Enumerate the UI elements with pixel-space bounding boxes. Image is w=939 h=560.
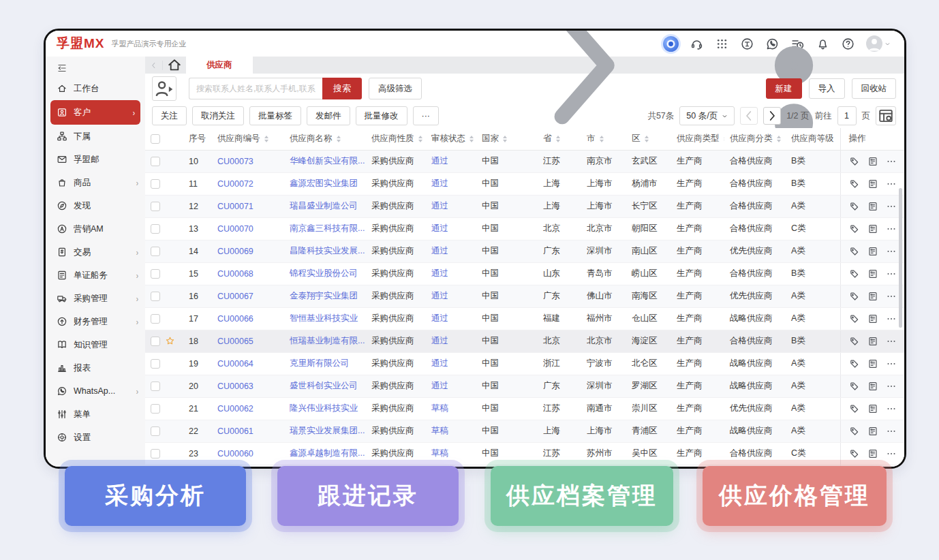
recycle-bin-button[interactable]: 回收站: [852, 78, 897, 99]
supplier-code-link[interactable]: CU00071: [217, 202, 253, 211]
column-header[interactable]: 供应商编号: [212, 128, 284, 150]
detail-icon[interactable]: [867, 178, 878, 189]
more-actions-icon[interactable]: [886, 156, 897, 167]
tag-icon[interactable]: [849, 448, 860, 459]
supplier-code-link[interactable]: CU00065: [217, 337, 253, 346]
sort-icon[interactable]: [337, 136, 341, 142]
detail-icon[interactable]: [867, 426, 878, 437]
row-checkbox[interactable]: [151, 426, 160, 436]
column-header[interactable]: 市: [581, 128, 626, 150]
supplier-code-link[interactable]: CU00068: [217, 269, 253, 279]
tag-icon[interactable]: [849, 336, 860, 347]
supplier-name-link[interactable]: 南京鑫三科技有限...: [290, 223, 365, 233]
search-button[interactable]: 搜索: [322, 78, 362, 99]
row-checkbox[interactable]: [151, 224, 160, 234]
batch-action-button-5[interactable]: 批量修改: [356, 106, 407, 125]
tag-icon[interactable]: [849, 223, 860, 234]
tab-home-icon[interactable]: [163, 57, 186, 74]
audit-status[interactable]: 草稿: [431, 448, 448, 458]
supplier-code-link[interactable]: CU00072: [217, 179, 253, 189]
supplier-name-link[interactable]: 隆兴伟业科技实业: [290, 403, 358, 413]
sidebar-item-15[interactable]: 菜单: [46, 403, 145, 426]
sort-icon[interactable]: [264, 136, 268, 142]
supplier-name-link[interactable]: 智恒基业科技实业: [290, 313, 358, 323]
supplier-name-link[interactable]: 鑫源卓越制造有限...: [290, 448, 365, 458]
prev-page-button[interactable]: [740, 107, 758, 125]
overlay-button-4[interactable]: 供应价格管理: [703, 466, 887, 526]
audit-status[interactable]: 通过: [431, 291, 448, 300]
more-actions-icon[interactable]: [886, 336, 897, 347]
vertical-scrollbar[interactable]: [899, 188, 902, 328]
batch-action-button-1[interactable]: 关注: [152, 106, 187, 125]
supplier-code-link[interactable]: CU00063: [217, 382, 253, 391]
column-header[interactable]: 国家: [476, 128, 538, 150]
goto-page-input[interactable]: [837, 106, 857, 125]
tag-icon[interactable]: [849, 426, 860, 437]
row-checkbox[interactable]: [151, 314, 160, 324]
more-actions-icon[interactable]: [886, 178, 897, 189]
supplier-name-link[interactable]: 金泰翔宇实业集团: [290, 291, 358, 300]
overlay-button-2[interactable]: 跟进记录: [277, 466, 459, 526]
row-checkbox[interactable]: [151, 202, 160, 211]
row-checkbox[interactable]: [151, 247, 160, 256]
sidebar-item-4[interactable]: 孚盟邮: [46, 148, 145, 171]
sidebar-item-16[interactable]: 设置: [46, 426, 145, 449]
detail-icon[interactable]: [867, 448, 878, 459]
column-header[interactable]: 审核状态: [426, 128, 476, 150]
supplier-name-link[interactable]: 华峰创新实业有限...: [290, 156, 365, 166]
new-button[interactable]: 新建: [766, 78, 802, 99]
supplier-code-link[interactable]: CU00064: [217, 359, 253, 369]
batch-action-button-6[interactable]: ···: [413, 106, 440, 125]
overlay-button-1[interactable]: 采购分析: [65, 466, 246, 526]
supplier-name-link[interactable]: 昌隆科技实业发展...: [290, 246, 365, 255]
more-actions-icon[interactable]: [886, 291, 897, 302]
supplier-code-link[interactable]: CU00062: [217, 404, 253, 414]
star-icon[interactable]: [165, 336, 175, 346]
detail-icon[interactable]: [867, 246, 878, 257]
contact-search-toggle[interactable]: [152, 76, 176, 101]
tag-icon[interactable]: [849, 268, 860, 279]
tag-icon[interactable]: [849, 291, 860, 302]
more-actions-icon[interactable]: [886, 403, 897, 414]
column-header[interactable]: 供应商性质: [366, 128, 426, 150]
row-checkbox[interactable]: [151, 292, 160, 301]
column-settings-button[interactable]: [876, 106, 896, 125]
more-actions-icon[interactable]: [886, 448, 897, 459]
more-actions-icon[interactable]: [886, 223, 897, 234]
batch-action-button-2[interactable]: 取消关注: [192, 106, 244, 125]
sidebar-item-1[interactable]: 工作台: [46, 77, 145, 100]
sidebar-item-8[interactable]: 交易›: [46, 240, 145, 264]
batch-action-button-4[interactable]: 发邮件: [307, 106, 350, 125]
supplier-name-link[interactable]: 锦程实业股份公司: [290, 268, 358, 278]
tab-suppliers[interactable]: 供应商: [186, 57, 253, 74]
audit-status[interactable]: 通过: [431, 201, 448, 211]
tag-icon[interactable]: [849, 358, 860, 369]
sidebar-item-2[interactable]: 客户›: [50, 100, 140, 125]
supplier-code-link[interactable]: CU00066: [217, 314, 253, 324]
row-checkbox[interactable]: [151, 382, 160, 391]
detail-icon[interactable]: [867, 336, 878, 347]
row-checkbox[interactable]: [151, 157, 160, 166]
row-checkbox[interactable]: [151, 449, 160, 458]
row-checkbox[interactable]: [151, 359, 160, 369]
audit-status[interactable]: 通过: [431, 358, 448, 368]
audit-status[interactable]: 草稿: [431, 426, 448, 435]
search-input[interactable]: [189, 78, 322, 99]
select-all-checkbox[interactable]: [151, 134, 160, 144]
sort-icon[interactable]: [600, 136, 604, 142]
tag-icon[interactable]: [849, 156, 860, 167]
column-header[interactable]: 供应商名称: [284, 128, 366, 150]
more-actions-icon[interactable]: [886, 426, 897, 437]
audit-status[interactable]: 草稿: [431, 403, 448, 413]
select-all-header[interactable]: [145, 128, 183, 150]
detail-icon[interactable]: [867, 403, 878, 414]
row-checkbox[interactable]: [151, 404, 160, 414]
supplier-name-link[interactable]: 瑞昌盛业制造公司: [290, 201, 358, 211]
sort-icon[interactable]: [470, 136, 474, 142]
detail-icon[interactable]: [867, 313, 878, 324]
audit-status[interactable]: 通过: [431, 156, 448, 166]
supplier-name-link[interactable]: 瑞景实业发展集团...: [290, 426, 365, 435]
column-header[interactable]: 供应商分类: [724, 128, 786, 150]
tag-icon[interactable]: [849, 201, 860, 212]
row-checkbox[interactable]: [151, 179, 160, 189]
